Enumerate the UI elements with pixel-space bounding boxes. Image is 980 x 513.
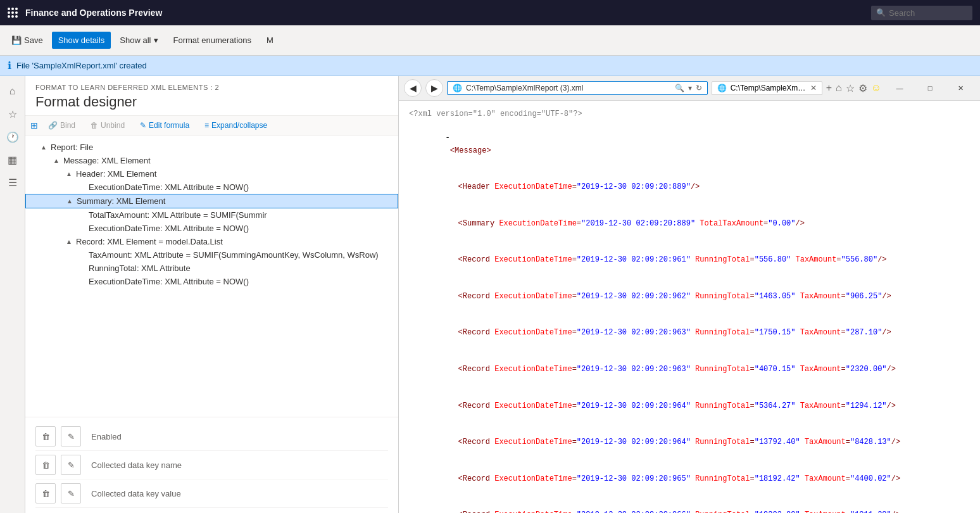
xml-record-3: <Record ExecutionDateTime="2019-12-30 02… (409, 315, 970, 352)
close-button[interactable]: ✕ (946, 79, 975, 98)
app-title: Finance and Operations Preview (25, 8, 864, 18)
tree-item-taxamount[interactable]: TaxAmount: XML Attribute = SUMIF(Summing… (25, 248, 398, 262)
format-enumerations-button[interactable]: Format enumerations (167, 32, 258, 49)
tree-arrow: ▲ (66, 170, 73, 177)
xml-record-1: <Record ExecutionDateTime="2019-12-30 02… (409, 242, 970, 279)
favorites-icon[interactable]: ☆ (846, 82, 855, 94)
prop-edit-btn-2[interactable]: ✎ (61, 455, 81, 475)
tree-item-message[interactable]: ▲ Message: XML Element (25, 154, 398, 167)
xml-record-4: <Record ExecutionDateTime="2019-12-30 02… (409, 352, 970, 388)
prop-edit-btn-3[interactable]: ✎ (61, 483, 81, 504)
window-controls: — □ ✕ (885, 79, 975, 98)
tree-item-header[interactable]: ▲ Header: XML Element (25, 167, 398, 180)
tree-item-record-execdt[interactable]: ExecutionDateTime: XML Attribute = NOW() (25, 275, 398, 288)
tree-arrow: ▲ (66, 238, 73, 245)
chevron-down-icon: ▾ (154, 35, 158, 45)
tree-arrow: ▲ (41, 144, 48, 151)
search-addr-icon[interactable]: 🔍 (675, 84, 684, 92)
tree-item-summary[interactable]: ▲ Summary: XML Element (25, 194, 398, 208)
search-wrap: 🔍 (871, 6, 972, 20)
main-toolbar: 💾 Save Show details Show all ▾ Format en… (0, 25, 980, 56)
show-all-button[interactable]: Show all ▾ (113, 32, 164, 49)
list-icon[interactable]: ☰ (3, 172, 23, 193)
new-tab-icon[interactable]: + (826, 82, 832, 94)
bind-button[interactable]: 🔗 Bind (43, 118, 80, 132)
save-button[interactable]: 💾 Save (5, 32, 49, 49)
unbind-icon: 🗑 (91, 121, 98, 130)
prop-delete-btn-2[interactable]: 🗑 (35, 455, 56, 475)
browser-back-button[interactable]: ◀ (404, 79, 422, 97)
browser-chrome: ◀ ▶ 🌐 C:\Temp\SampleXmlReport (3).xml 🔍 … (399, 76, 980, 101)
app-grid-icon[interactable] (8, 8, 18, 18)
filter-icon: ⊞ (30, 120, 38, 130)
panel-subtitle: FORMAT TO LEARN DEFERRED XML ELEMENTS : … (35, 84, 388, 91)
info-bar: ℹ File 'SampleXmlReport.xml' created (0, 56, 980, 76)
tab-close-icon[interactable]: ✕ (810, 84, 817, 92)
tab-icon: 🌐 (717, 84, 727, 92)
prop-row-enabled: 🗑 ✎ Enabled (35, 422, 388, 451)
panel-title: Format designer (35, 94, 388, 110)
edit-formula-button[interactable]: ✎ Edit formula (135, 118, 194, 132)
bind-icon: 🔗 (48, 121, 58, 130)
right-panel: ◀ ▶ 🌐 C:\Temp\SampleXmlReport (3).xml 🔍 … (399, 76, 980, 513)
save-icon: 💾 (11, 35, 22, 45)
calendar-icon[interactable]: ▦ (3, 149, 23, 170)
panel-toolbar: ⊞ 🔗 Bind 🗑 Unbind ✎ Edit formula ≡ Expan… (25, 116, 398, 136)
xml-message-open: - <Message> (409, 120, 970, 169)
sidebar-nav: ⌂ ☆ 🕐 ▦ ☰ (0, 76, 25, 513)
settings-icon[interactable]: ⚙ (858, 82, 867, 94)
prop-row-key-name: 🗑 ✎ Collected data key name (35, 451, 388, 479)
maximize-button[interactable]: □ (915, 79, 945, 98)
xml-summary-line: <Summary ExecutionDateTime="2019-12-30 0… (409, 206, 970, 243)
browser-ie-icon: 🌐 (453, 84, 462, 92)
browser-action-icons: + ⌂ ☆ ⚙ ☺ (826, 82, 881, 94)
tree-arrow: ▲ (53, 157, 61, 164)
browser-address-bar: 🌐 C:\Temp\SampleXmlReport (3).xml 🔍 ▾ ↻ (447, 81, 708, 95)
show-details-button[interactable]: Show details (52, 32, 111, 49)
refresh-icon[interactable]: ↻ (696, 84, 702, 92)
properties-area: 🗑 ✎ Enabled 🗑 ✎ Collected data key name … (25, 417, 398, 513)
prop-edit-btn-1[interactable]: ✎ (61, 426, 81, 446)
xml-header-line: <Header ExecutionDateTime="2019-12-30 02… (409, 169, 970, 206)
tree-item-header-execdt[interactable]: ExecutionDateTime: XML Attribute = NOW() (25, 180, 398, 194)
browser-tab[interactable]: 🌐 C:\Temp\SampleXmlRepo... ✕ (712, 81, 822, 95)
recent-icon[interactable]: 🕐 (3, 127, 23, 147)
xml-record-2: <Record ExecutionDateTime="2019-12-30 02… (409, 279, 970, 315)
tree-item-summary-execdt[interactable]: ExecutionDateTime: XML Attribute = NOW() (25, 222, 398, 235)
info-icon: ℹ (8, 60, 11, 72)
xml-record-8: <Record ExecutionDateTime="2019-12-30 02… (409, 497, 970, 513)
tree-item-report[interactable]: ▲ Report: File (25, 141, 398, 154)
search-input[interactable] (871, 6, 972, 20)
xml-record-7: <Record ExecutionDateTime="2019-12-30 02… (409, 460, 970, 497)
star-icon[interactable]: ☆ (3, 104, 23, 124)
minimize-button[interactable]: — (885, 79, 914, 98)
panel-header: FORMAT TO LEARN DEFERRED XML ELEMENTS : … (25, 76, 398, 116)
top-nav-bar: Finance and Operations Preview 🔍 (0, 0, 980, 25)
prop-delete-btn-1[interactable]: 🗑 (35, 426, 56, 446)
prop-row-key-value: 🗑 ✎ Collected data key value (35, 479, 388, 508)
more-button[interactable]: M (260, 32, 280, 49)
left-panel: FORMAT TO LEARN DEFERRED XML ELEMENTS : … (25, 76, 399, 513)
expand-icon: ≡ (204, 121, 209, 130)
xml-record-6: <Record ExecutionDateTime="2019-12-30 02… (409, 424, 970, 461)
unbind-button[interactable]: 🗑 Unbind (85, 118, 130, 132)
home-browser-icon[interactable]: ⌂ (836, 82, 842, 94)
tree-item-runningtotal[interactable]: RunningTotal: XML Attribute (25, 262, 398, 275)
prop-delete-btn-3[interactable]: 🗑 (35, 483, 56, 504)
main-layout: ⌂ ☆ 🕐 ▦ ☰ FORMAT TO LEARN DEFERRED XML E… (0, 76, 980, 513)
xml-content[interactable]: <?xml version="1.0" encoding="UTF-8"?> -… (399, 101, 980, 513)
tree-item-record[interactable]: ▲ Record: XML Element = model.Data.List (25, 235, 398, 248)
browser-forward-button[interactable]: ▶ (425, 79, 443, 97)
pencil-icon: ✎ (140, 121, 146, 130)
xml-prolog-line: <?xml version="1.0" encoding="UTF-8"?> (409, 108, 970, 120)
emoji-icon[interactable]: ☺ (871, 82, 881, 94)
xml-record-5: <Record ExecutionDateTime="2019-12-30 02… (409, 388, 970, 424)
dropdown-addr-icon[interactable]: ▾ (688, 84, 692, 92)
tree-arrow: ▲ (66, 198, 74, 205)
expand-collapse-button[interactable]: ≡ Expand/collapse (199, 118, 272, 132)
tree-item-totaltax[interactable]: TotalTaxAmount: XML Attribute = SUMIF(Su… (25, 208, 398, 222)
format-tree: ▲ Report: File ▲ Message: XML Element ▲ … (25, 136, 398, 417)
home-icon[interactable]: ⌂ (3, 81, 23, 101)
